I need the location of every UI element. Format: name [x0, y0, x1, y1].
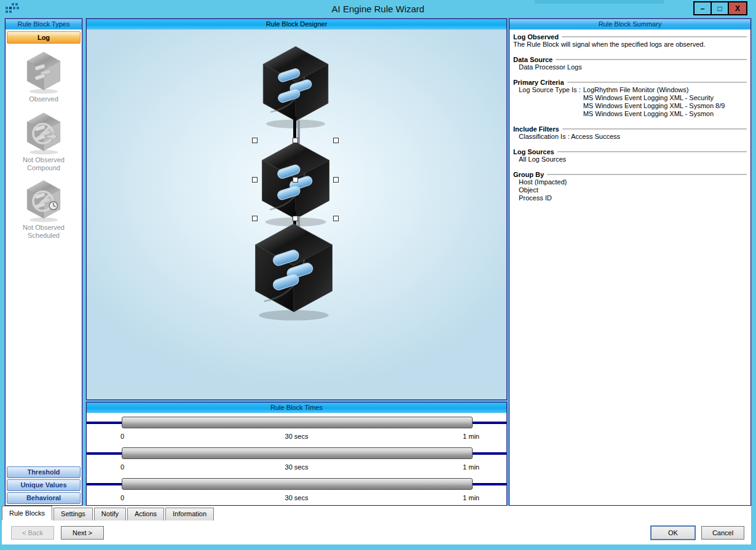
- section-text: The Rule Block will signal when the spec…: [513, 41, 747, 49]
- window-title: AI Engine Rule Wizard: [0, 4, 756, 14]
- section-text: Data Processor Logs: [513, 63, 747, 71]
- behavioral-type-button[interactable]: Behavioral: [7, 492, 81, 504]
- time-slider-3[interactable]: [122, 478, 473, 490]
- summary-section-group-by: Group By Host (Impacted) Object Process …: [513, 171, 747, 202]
- section-title: Data Source: [513, 56, 553, 63]
- section-title: Primary Criteria: [513, 79, 564, 86]
- summary-section-log-sources: Log Sources All Log Sources: [513, 148, 747, 163]
- sidebar-item-label: Observed: [29, 95, 58, 103]
- section-title: Group By: [513, 171, 544, 178]
- tab-notify[interactable]: Notify: [94, 508, 126, 521]
- summary-section-include-filters: Include Filters Classification Is : Acce…: [513, 125, 747, 141]
- tab-information[interactable]: Information: [165, 508, 214, 521]
- criteria-value: MS Windows Event Logging XML - Sysmon 8/…: [583, 102, 725, 110]
- summary-section-log-observed: Log Observed The Rule Block will signal …: [513, 33, 747, 49]
- window-controls: – □ X: [693, 1, 747, 15]
- criteria-value: MS Windows Event Logging XML - Security: [583, 94, 725, 102]
- tab-rule-blocks[interactable]: Rule Blocks: [2, 506, 52, 521]
- section-text: All Log Sources: [513, 155, 747, 163]
- section-text: Host (Impacted): [513, 178, 747, 186]
- minimize-button[interactable]: –: [695, 2, 712, 14]
- section-text: Classification Is : Access Success: [513, 133, 747, 141]
- rule-block-designer-header: Rule Block Designer: [87, 19, 506, 29]
- section-text: Object: [513, 186, 747, 194]
- titlebar[interactable]: AI Engine Rule Wizard – □ X: [0, 0, 756, 18]
- threshold-type-button[interactable]: Threshold: [7, 466, 81, 478]
- sidebar-item-label: Not Observed: [23, 224, 65, 232]
- not-observed-scheduled-cube-icon: [23, 179, 64, 222]
- time-slider-1[interactable]: [122, 417, 473, 428]
- ok-button[interactable]: OK: [651, 526, 695, 540]
- selection-handle[interactable]: [252, 138, 258, 143]
- rule-block-cube-bottom[interactable]: [250, 221, 337, 321]
- clock-icon: [49, 202, 57, 210]
- observed-cube-icon: [23, 51, 64, 94]
- slider-mid-label: 30 secs: [87, 494, 506, 501]
- slider-labels: 0 30 secs 1 min: [87, 433, 506, 441]
- rule-block-summary-panel: Rule Block Summary Log Observed The Rule…: [509, 18, 751, 506]
- designer-canvas[interactable]: [87, 29, 506, 399]
- sidebar-item-label: Scheduled: [23, 232, 65, 240]
- rule-block-summary-header: Rule Block Summary: [510, 19, 750, 29]
- section-text: Process ID: [513, 194, 747, 202]
- log-type-button[interactable]: Log: [7, 31, 81, 44]
- section-title: Log Sources: [513, 148, 554, 155]
- sidebar-item-label: Compound: [23, 164, 65, 172]
- rule-block-designer-panel: Rule Block Designer: [86, 18, 507, 400]
- selection-handle[interactable]: [293, 177, 298, 183]
- cancel-button[interactable]: Cancel: [701, 526, 744, 540]
- unique-values-type-button[interactable]: Unique Values: [7, 479, 81, 491]
- close-button[interactable]: X: [729, 2, 746, 14]
- selection-handle[interactable]: [333, 138, 339, 143]
- sidebar-item-not-observed-compound[interactable]: Not Observed Compound: [6, 112, 82, 172]
- criteria-value: MS Windows Event Logging XML - Sysmon: [583, 110, 725, 118]
- slider-max-label: 1 min: [463, 494, 479, 501]
- slider-labels: 0 30 secs 1 min: [87, 494, 506, 502]
- criteria-label: Log Source Type Is :: [519, 86, 581, 118]
- section-title: Include Filters: [513, 125, 559, 133]
- selection-handle[interactable]: [333, 177, 339, 183]
- sidebar-item-label: Not Observed: [23, 156, 65, 164]
- rule-block-times-panel: Rule Block Times 0 30 secs 1 min 0 30 se…: [86, 402, 507, 506]
- tab-settings[interactable]: Settings: [53, 508, 93, 521]
- criteria-value: LogRhythm File Monitor (Windows): [583, 86, 725, 94]
- slider-labels: 0 30 secs 1 min: [87, 463, 506, 471]
- summary-section-data-source: Data Source Data Processor Logs: [513, 56, 747, 71]
- time-slider-2[interactable]: [122, 447, 473, 459]
- maximize-button[interactable]: □: [712, 2, 729, 14]
- tab-actions[interactable]: Actions: [127, 508, 164, 521]
- selection-handle[interactable]: [293, 216, 298, 221]
- ai-engine-rule-wizard-window: AI Engine Rule Wizard – □ X Rule Block T…: [0, 0, 756, 550]
- rule-block-times-header: Rule Block Times: [87, 403, 506, 413]
- section-title: Log Observed: [513, 33, 559, 41]
- selection-handle[interactable]: [252, 177, 258, 183]
- rule-block-types-panel: Rule Block Types Log Observed Not Observ…: [5, 18, 82, 506]
- summary-section-primary-criteria: Primary Criteria Log Source Type Is : Lo…: [513, 79, 747, 118]
- next-button[interactable]: Next >: [61, 526, 104, 540]
- sidebar-item-not-observed-scheduled[interactable]: Not Observed Scheduled: [6, 179, 82, 240]
- rule-block-types-header: Rule Block Types: [6, 19, 82, 29]
- slider-max-label: 1 min: [463, 433, 479, 440]
- selection-handle[interactable]: [252, 216, 258, 221]
- slider-mid-label: 30 secs: [87, 433, 506, 440]
- sidebar-item-observed[interactable]: Observed: [6, 51, 82, 103]
- slider-max-label: 1 min: [463, 463, 479, 471]
- slider-mid-label: 30 secs: [87, 463, 506, 471]
- wizard-tabstrip: Rule Blocks Settings Notify Actions Info…: [2, 506, 215, 521]
- not-observed-compound-cube-icon: [23, 112, 64, 155]
- back-button[interactable]: < Back: [11, 526, 54, 540]
- selection-handle[interactable]: [293, 138, 298, 143]
- selection-handle[interactable]: [333, 216, 339, 221]
